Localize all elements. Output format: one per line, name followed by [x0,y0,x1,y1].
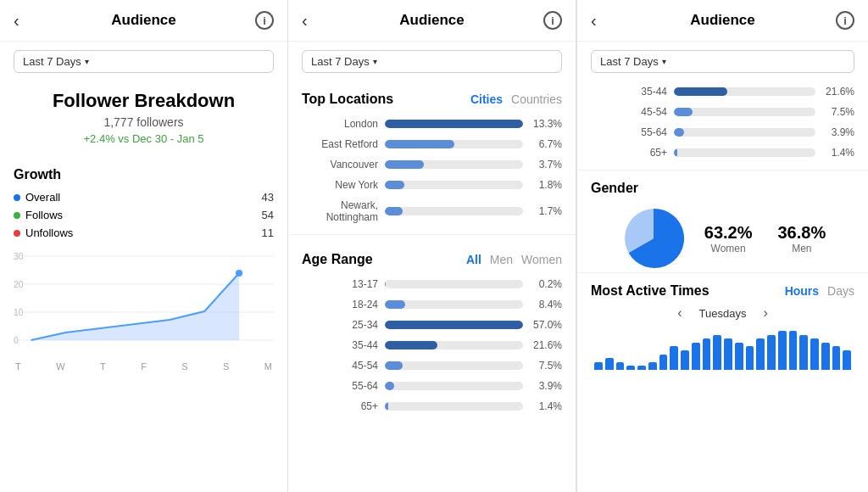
back-button-1[interactable]: ‹ [14,11,19,31]
hour-bar-0 [594,362,603,370]
panel-2-header: ‹ Audience i [288,0,576,42]
chart-label-w: W [56,361,64,372]
hour-bar-14 [746,346,754,370]
location-filter-tabs: Cities Countries [470,92,562,106]
panels-container: ‹ Audience i Last 7 Days ▾ Follower Brea… [0,0,868,492]
follower-count: 1,777 followers [14,115,274,129]
date-range-dropdown-1[interactable]: Last 7 Days ▾ [14,50,274,73]
location-bar-london: London 13.3% [288,114,576,134]
back-button-3[interactable]: ‹ [591,11,597,31]
growth-items: Overall 43 Follows 54 Unfollows [14,189,274,241]
date-range-dropdown-2[interactable]: Last 7 Days ▾ [302,50,562,73]
next-day-button[interactable]: › [763,305,767,321]
men-tab[interactable]: Men [490,253,513,266]
hour-bar-9 [692,343,700,370]
growth-title: Growth [14,167,274,182]
chevron-down-icon-2: ▾ [373,57,377,66]
age-range-title: Age Range [302,252,373,267]
unfollows-value: 11 [262,226,274,239]
info-button-1[interactable]: i [255,11,274,30]
growth-section: Growth Overall 43 Follows 54 [0,159,287,241]
svg-point-8 [236,270,242,277]
hour-bar-7 [670,346,678,370]
location-bar-east-retford: East Retford 6.7% [288,134,576,154]
women-label: Women [704,243,753,254]
gender-title: Gender [591,181,854,196]
panel-3-content: 35-44 21.6% 45-54 7.5% 55-64 3.9% 65+ [577,81,868,492]
active-times-header: Most Active Times Hours Days [591,283,854,299]
hour-bar-12 [724,338,732,370]
panel-3-header: ‹ Audience i [577,0,868,42]
age-bar-13-17: 13-17 0.2% [288,274,576,294]
all-tab[interactable]: All [466,253,481,266]
chart-label-t1: T [15,361,21,372]
follows-dot [14,212,20,219]
men-pct: 36.8% [778,223,826,243]
unfollows-dot [14,230,20,237]
hour-bar-19 [799,335,808,370]
chart-label-s2: S [223,361,229,372]
active-times-section: Most Active Times Hours Days ‹ Tuesdays … [577,272,868,370]
hours-bar-chart [591,327,854,370]
hour-bar-5 [648,362,657,370]
hour-bar-21 [821,343,830,370]
info-button-3[interactable]: i [836,11,854,30]
chart-label-s1: S [181,361,187,372]
time-filter-tabs: Hours Days [785,284,854,298]
age-bar-65plus: 65+ 1.4% [288,396,576,417]
prev-day-button[interactable]: ‹ [677,305,682,321]
panel-2-title: Audience [399,12,465,29]
days-tab[interactable]: Days [827,284,854,298]
women-stat: 63.2% Women [704,223,753,254]
men-stat: 36.8% Men [778,223,826,254]
top-locations-header: Top Locations Cities Countries [288,81,576,114]
hour-bar-18 [789,331,798,370]
date-range-dropdown-3[interactable]: Last 7 Days ▾ [591,50,854,73]
men-label: Men [778,243,826,254]
overall-dot [14,194,20,201]
women-tab[interactable]: Women [521,253,562,266]
age-bar-25-34: 25-34 57.0% [288,315,576,335]
hour-bar-6 [659,355,668,370]
cities-tab[interactable]: Cities [470,92,503,106]
hour-bar-4 [637,366,646,370]
day-navigation: ‹ Tuesdays › [591,305,854,321]
hour-bar-3 [626,366,635,370]
hour-bar-23 [843,350,851,370]
age-filter-tabs: All Men Women [466,253,562,266]
age-bar-18-24: 18-24 8.4% [288,294,576,315]
info-button-2[interactable]: i [543,11,562,30]
follows-label: Follows [25,209,63,221]
unfollows-label: Unfollows [25,226,73,239]
hour-bar-13 [735,343,743,370]
hour-bar-1 [605,358,614,370]
follower-change: +2.4% vs Dec 30 - Jan 5 [14,132,274,145]
chart-label-f: F [141,361,147,372]
chart-label-t2: T [100,361,106,372]
p3-age-bar-35-44: 35-44 21.6% [577,81,868,102]
hour-bar-22 [832,346,841,370]
chart-svg: 30 20 10 0 [14,248,274,358]
hours-tab[interactable]: Hours [785,284,819,298]
gender-section: Gender 63.2% Wom [577,170,868,272]
chart-label-m: M [264,361,272,372]
chevron-down-icon-3: ▾ [662,57,666,66]
gender-content: 63.2% Women 36.8% Men [591,204,854,272]
growth-item-overall: Overall 43 [14,189,274,205]
follower-breakdown-title: Follower Breakdown [14,90,274,112]
top-locations-title: Top Locations [302,92,393,107]
panel-1: ‹ Audience i Last 7 Days ▾ Follower Brea… [0,0,288,492]
countries-tab[interactable]: Countries [511,92,562,106]
back-button-2[interactable]: ‹ [302,11,308,31]
panel-1-title: Audience [111,12,176,29]
hour-bar-11 [713,335,721,370]
p3-age-bar-55-64: 55-64 3.9% [577,122,868,143]
age-range-header: Age Range All Men Women [288,242,576,274]
age-bar-55-64: 55-64 3.9% [288,376,576,396]
p3-age-bar-45-54: 45-54 7.5% [577,102,868,122]
svg-text:10: 10 [14,308,24,317]
current-day: Tuesdays [699,307,747,320]
p3-age-bar-65plus: 65+ 1.4% [577,143,868,163]
panel-3: ‹ Audience i Last 7 Days ▾ 35-44 21.6% 4… [576,0,868,492]
panel-3-title: Audience [690,12,755,29]
